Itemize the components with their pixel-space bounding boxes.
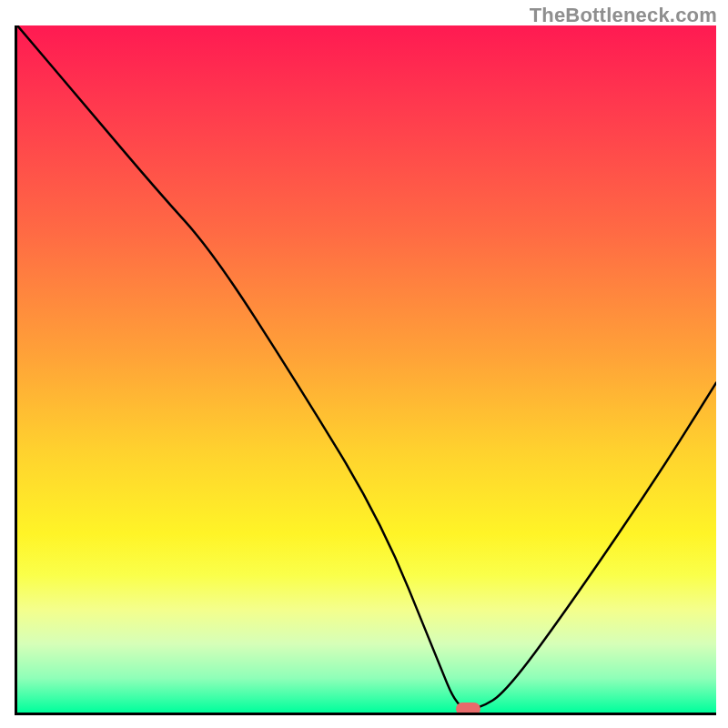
curve-path bbox=[17, 25, 716, 709]
plot-area bbox=[15, 25, 716, 715]
watermark-text: TheBottleneck.com bbox=[530, 4, 717, 27]
chart-container: TheBottleneck.com bbox=[0, 0, 728, 728]
bottleneck-curve bbox=[17, 25, 716, 713]
optimal-marker bbox=[456, 703, 481, 715]
